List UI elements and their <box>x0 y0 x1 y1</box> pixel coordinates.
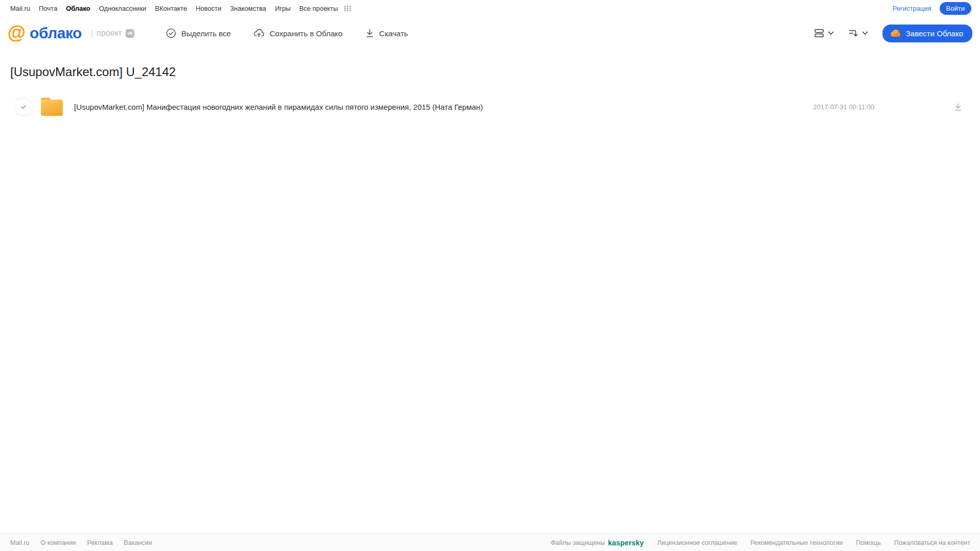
download-button[interactable]: Скачать <box>365 28 408 38</box>
portal-auth: Регистрация Войти <box>893 2 971 15</box>
sort-dropdown[interactable] <box>848 28 868 38</box>
select-all-label: Выделить все <box>181 29 231 38</box>
cloud-logo-text: облако <box>30 25 82 42</box>
app-header: @ облако | проект vk Выделить все <box>0 17 980 50</box>
get-cloud-button[interactable]: Завести Облако <box>882 25 972 42</box>
page-title: [UsupovMarket.com] U_24142 <box>10 65 980 79</box>
list-view-icon <box>814 28 824 38</box>
vk-badge-icon: vk <box>126 29 134 38</box>
portal-link-vkontakte[interactable]: ВКонтакте <box>155 5 187 12</box>
portal-link-cloud[interactable]: Облако <box>66 5 90 12</box>
register-link[interactable]: Регистрация <box>893 5 931 12</box>
vk-project-label: | проект vk <box>91 29 134 38</box>
apps-grid-icon[interactable] <box>344 6 351 11</box>
footer-link-recommendations[interactable]: Рекомендательные технологии <box>750 539 843 546</box>
kaspersky-protected: Файлы защищены kaspersky <box>551 539 643 547</box>
get-cloud-label: Завести Облако <box>906 29 963 38</box>
folder-icon <box>41 98 63 116</box>
sort-icon <box>848 28 858 38</box>
portal-link-games[interactable]: Игры <box>275 5 291 12</box>
footer-right-links: Файлы защищены kaspersky Лицензионное со… <box>551 539 970 547</box>
check-circle-icon <box>166 28 176 38</box>
kaspersky-logo[interactable]: kaspersky <box>608 539 643 547</box>
file-name[interactable]: [UsupovMarket.com] Манифестация новогодн… <box>74 103 813 111</box>
row-download-button[interactable] <box>953 102 963 112</box>
mailru-at-icon: @ <box>8 23 26 42</box>
footer-link-ads[interactable]: Реклама <box>87 539 112 546</box>
footer-link-about[interactable]: О компании <box>41 539 76 546</box>
file-row[interactable]: [UsupovMarket.com] Манифестация новогодн… <box>0 94 980 119</box>
file-date: 2017-07-31 00:11:00 <box>813 103 874 111</box>
portal-topbar: Mail.ru Почта Облако Одноклассники ВКонт… <box>0 0 980 17</box>
logo-separator: | <box>91 29 93 38</box>
file-toolbar: Выделить все Сохранить в Облако Скачать <box>166 28 408 38</box>
header-right-controls: Завести Облако <box>814 25 972 42</box>
save-to-cloud-button[interactable]: Сохранить в Облако <box>253 28 343 38</box>
login-button[interactable]: Войти <box>940 2 971 15</box>
download-icon <box>953 102 963 112</box>
portal-links: Mail.ru Почта Облако Одноклассники ВКонт… <box>10 5 351 12</box>
check-icon <box>19 103 28 111</box>
portal-link-news[interactable]: Новости <box>196 5 221 12</box>
cloud-logo[interactable]: @ облако | проект vk <box>8 24 134 42</box>
cloud-upload-icon <box>253 28 265 38</box>
portal-link-dating[interactable]: Знакомства <box>230 5 266 12</box>
orange-cloud-icon <box>890 29 901 37</box>
footer-link-report[interactable]: Пожаловаться на контент <box>894 539 970 546</box>
file-list: [UsupovMarket.com] Манифестация новогодн… <box>0 94 980 119</box>
footer-link-license[interactable]: Лицензионное соглашение <box>657 539 737 546</box>
portal-link-mailru[interactable]: Mail.ru <box>10 5 30 12</box>
select-all-button[interactable]: Выделить все <box>166 28 231 38</box>
chevron-down-icon <box>828 31 834 35</box>
portal-link-mail[interactable]: Почта <box>39 5 57 12</box>
row-checkbox[interactable] <box>14 98 33 116</box>
portal-link-all-projects[interactable]: Все проекты <box>299 5 338 12</box>
cloud-mailru-page: Mail.ru Почта Облако Одноклассники ВКонт… <box>0 0 980 551</box>
save-to-cloud-label: Сохранить в Облако <box>270 29 343 38</box>
download-label: Скачать <box>379 29 408 38</box>
page-footer: Mail.ru О компании Реклама Вакансии Файл… <box>0 534 980 551</box>
main-content: [UsupovMarket.com] U_24142 [UsupovMarket… <box>0 50 980 534</box>
protected-text: Файлы защищены <box>551 539 605 546</box>
download-icon <box>365 28 374 38</box>
portal-link-odnoklassniki[interactable]: Одноклассники <box>99 5 147 12</box>
chevron-down-icon <box>862 31 868 35</box>
footer-link-mailru[interactable]: Mail.ru <box>10 539 30 546</box>
view-mode-dropdown[interactable] <box>814 28 834 38</box>
footer-left-links: Mail.ru О компании Реклама Вакансии <box>10 539 152 546</box>
footer-link-jobs[interactable]: Вакансии <box>124 539 152 546</box>
footer-link-help[interactable]: Помощь <box>856 539 880 546</box>
project-text: проект <box>97 29 122 38</box>
